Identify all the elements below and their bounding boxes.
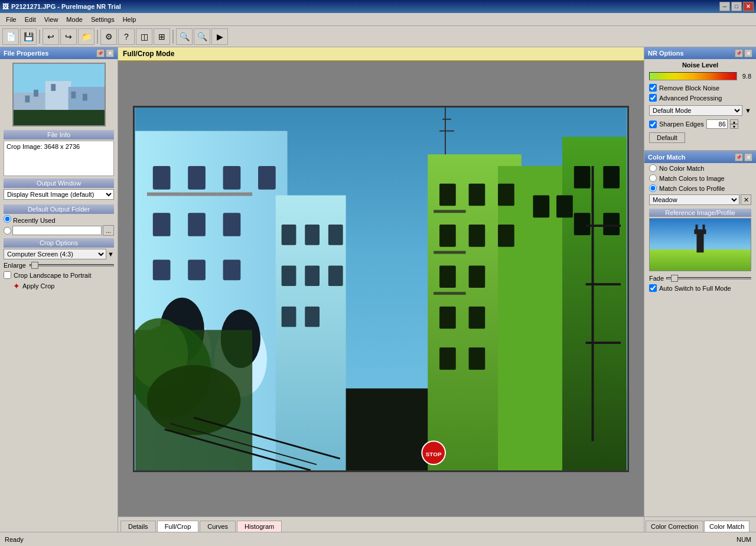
toolbar-process[interactable]: ⚙ (100, 28, 117, 45)
minimize-button[interactable]: ─ (719, 2, 730, 11)
advanced-processing-label: Advanced Processing (659, 95, 722, 102)
toolbar-new[interactable]: 📄 (2, 28, 19, 45)
no-color-match-radio[interactable] (649, 164, 657, 172)
tab-color-match[interactable]: Color Match (704, 521, 750, 532)
fade-label: Fade (649, 275, 664, 282)
sharpen-edges-checkbox[interactable] (649, 121, 657, 128)
menu-edit[interactable]: Edit (21, 15, 40, 24)
noise-bar (649, 72, 737, 80)
svg-rect-67 (434, 210, 465, 213)
tab-color-correction[interactable]: Color Correction (646, 521, 703, 532)
sharpen-down-arrow[interactable]: ▼ (730, 124, 738, 129)
crop-landscape-checkbox[interactable] (4, 271, 11, 279)
color-match-title: Color Match (648, 154, 686, 161)
svg-rect-7 (51, 84, 56, 91)
file-info-text: Crop Image: 3648 x 2736 (6, 143, 80, 150)
menu-view[interactable]: View (41, 15, 62, 24)
crop-landscape-label: Crop Landscape to Portrait (14, 272, 91, 279)
crop-options-section: Computer Screen (4:3) ▼ Enlarge Crop Lan… (0, 249, 118, 291)
default-button[interactable]: Default (649, 132, 685, 143)
svg-rect-4 (14, 110, 105, 126)
toolbar-help[interactable]: ? (118, 28, 135, 45)
status-text: Ready (5, 536, 24, 543)
title-bar-left: 🖼 P2121271.JPG - PureImage NR Trial (2, 3, 121, 10)
center-area: Full/Crop Mode (118, 47, 644, 532)
close-button[interactable]: ✕ (743, 2, 754, 11)
menu-file[interactable]: File (2, 15, 20, 24)
nr-options-panel: NR Options 📌 ✕ Noise Level 9.8 Remove Bl… (644, 47, 756, 151)
svg-rect-34 (282, 265, 296, 286)
match-to-profile-label: Match Colors to Profile (659, 185, 725, 192)
output-select[interactable]: Display Result Image (default) (4, 189, 114, 200)
title-bar: 🖼 P2121271.JPG - PureImage NR Trial ─ □ … (0, 0, 756, 13)
auto-switch-checkbox[interactable] (649, 284, 657, 292)
ref-image (650, 219, 751, 271)
svg-rect-60 (603, 213, 620, 235)
advanced-processing-row: Advanced Processing (644, 93, 756, 103)
remove-block-noise-checkbox[interactable] (649, 84, 657, 92)
sharpen-edges-label: Sharpen Edges (659, 121, 704, 128)
match-to-image-row: Match Colors to Image (644, 173, 756, 183)
path-row: ... (4, 225, 114, 236)
tab-details[interactable]: Details (120, 521, 156, 532)
match-to-image-radio[interactable] (649, 174, 657, 182)
tab-fullcrop[interactable]: Full/Crop (157, 521, 199, 532)
file-preview (12, 63, 106, 126)
no-color-match-row: No Color Match (644, 163, 756, 173)
toolbar-save[interactable]: 💾 (20, 28, 37, 45)
image-container: STOP (133, 106, 629, 472)
menu-help[interactable]: Help (119, 15, 140, 24)
advanced-processing-checkbox[interactable] (649, 94, 657, 102)
path-input[interactable] (12, 226, 102, 235)
panel-close[interactable]: ✕ (106, 49, 114, 57)
status-bar: Ready NUM (0, 532, 756, 546)
nr-close-button[interactable]: ✕ (744, 49, 752, 57)
menu-settings[interactable]: Settings (87, 15, 118, 24)
noise-marker (720, 73, 721, 80)
svg-rect-33 (328, 225, 343, 245)
apply-crop-button[interactable]: ✦ Apply Crop (13, 281, 114, 291)
tab-curves[interactable]: Curves (200, 521, 236, 532)
profile-select[interactable]: Meadow (649, 194, 739, 205)
default-output-label: Default Output Folder (4, 204, 114, 214)
app-icon: 🖼 (2, 3, 9, 10)
svg-rect-58 (603, 166, 620, 188)
toolbar-undo[interactable]: ↩ (43, 28, 59, 45)
cm-header-btns: 📌 ✕ (735, 153, 752, 161)
tab-histogram[interactable]: Histogram (237, 521, 282, 532)
toolbar-zoom-in[interactable]: 🔍 (176, 28, 193, 45)
toolbar-compare[interactable]: ◫ (136, 28, 152, 45)
toolbar-zoom-out[interactable]: 🔍 (194, 28, 210, 45)
browse-button[interactable]: ... (103, 225, 114, 236)
svg-rect-23 (223, 213, 241, 236)
fade-slider-thumb[interactable] (671, 275, 678, 282)
sharpen-value-input[interactable] (706, 119, 728, 129)
crop-ratio-select[interactable]: Computer Screen (4:3) (4, 249, 106, 259)
no-color-match-label: No Color Match (659, 165, 704, 172)
apply-crop-label: Apply Crop (22, 282, 54, 290)
panel-pin[interactable]: 📌 (96, 49, 105, 57)
num-indicator: NUM (737, 536, 751, 543)
svg-rect-51 (498, 183, 514, 206)
maximize-button[interactable]: □ (731, 2, 742, 11)
toolbar-folder[interactable]: 📁 (78, 28, 94, 45)
cm-pin-button[interactable]: 📌 (735, 153, 743, 161)
cm-close-button[interactable]: ✕ (744, 153, 752, 161)
svg-rect-49 (439, 183, 456, 206)
toolbar-extra[interactable]: ▶ (211, 28, 228, 45)
profile-clear-button[interactable]: ✕ (741, 194, 751, 205)
enlarge-slider-thumb[interactable] (31, 262, 38, 269)
enlarge-row: Enlarge (4, 262, 114, 269)
svg-rect-32 (305, 225, 320, 245)
toolbar-redo[interactable]: ↪ (60, 28, 77, 45)
nr-pin-button[interactable]: 📌 (735, 49, 743, 57)
sharpen-up-arrow[interactable]: ▲ (730, 119, 738, 124)
menu-mode[interactable]: Mode (63, 15, 86, 24)
match-to-profile-radio[interactable] (649, 184, 657, 192)
svg-rect-61 (439, 265, 456, 288)
file-properties-title: File Properties (4, 50, 48, 57)
nr-header-btns: 📌 ✕ (735, 49, 752, 57)
toolbar-view2[interactable]: ⊞ (154, 28, 170, 45)
mode-select[interactable]: Default Mode (649, 105, 742, 116)
output-section: Display Result Image (default) (0, 189, 118, 202)
